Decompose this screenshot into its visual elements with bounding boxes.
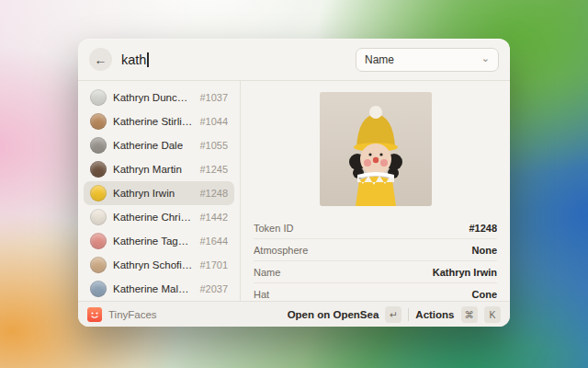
list-item[interactable]: Kathryn Schofield #1701 <box>84 253 234 277</box>
nft-image <box>320 92 432 206</box>
list-item[interactable]: Kathryn Martin #1245 <box>84 157 234 181</box>
list-item[interactable]: Katherine Malcolm #2037 <box>84 277 234 301</box>
result-id: #2037 <box>199 283 228 294</box>
open-on-opensea-button[interactable]: Open on OpenSea <box>288 309 379 320</box>
back-button[interactable]: ← <box>89 48 112 71</box>
result-name: Kathryn Martin <box>113 164 182 175</box>
list-item[interactable]: Katherine Dale #1055 <box>84 133 234 157</box>
avatar <box>90 185 107 201</box>
k-key-icon: K <box>484 306 501 323</box>
avatar <box>90 257 107 273</box>
avatar <box>90 209 107 225</box>
back-arrow-icon: ← <box>95 52 107 67</box>
command-key-icon: ⌘ <box>461 306 479 323</box>
attribute-row: Hat Cone <box>254 282 497 301</box>
result-name: Katherine Christie <box>113 212 193 223</box>
avatar <box>90 89 107 106</box>
result-name: Katherine Dale <box>113 140 183 151</box>
avatar <box>90 113 107 130</box>
result-id: #1037 <box>199 92 228 103</box>
result-name: Katherine Malcolm <box>113 283 193 294</box>
result-name: Katherine Stirling <box>113 116 193 127</box>
list-item[interactable]: Katherine Taggart #1644 <box>84 229 234 253</box>
detail-panel: Token ID #1248 Atmosphere None Name Kath… <box>241 81 510 301</box>
list-item[interactable]: Katherine Stirling #1044 <box>84 109 234 133</box>
chevron-down-icon: ⌄ <box>481 53 490 63</box>
avatar <box>90 161 107 178</box>
list-item[interactable]: Katherine Christie #1442 <box>84 205 234 229</box>
attribute-row: Atmosphere None <box>254 238 497 260</box>
footer-bar: TinyFaces Open on OpenSea ↵ Actions ⌘ K <box>78 301 510 327</box>
results-list: Kathryn Duncanson #1037 Katherine Stirli… <box>78 81 241 301</box>
tinyfaces-app-icon <box>87 307 102 322</box>
footer-divider <box>408 308 409 321</box>
attribute-value: Cone <box>472 289 498 300</box>
attribute-value: None <box>472 245 498 256</box>
result-name: Kathryn Schofield <box>113 259 193 270</box>
attribute-value: #1248 <box>469 223 497 234</box>
result-id: #1442 <box>199 212 228 223</box>
content-area: Kathryn Duncanson #1037 Katherine Stirli… <box>78 81 510 301</box>
attribute-label: Token ID <box>254 223 293 234</box>
result-id: #1248 <box>199 188 228 199</box>
result-id: #1701 <box>199 259 228 270</box>
filter-dropdown[interactable]: Name ⌄ <box>356 48 499 72</box>
result-name: Kathryn Irwin <box>113 188 175 199</box>
filter-dropdown-value: Name <box>365 53 394 66</box>
attribute-label: Atmosphere <box>254 245 308 256</box>
app-name: TinyFaces <box>108 309 157 320</box>
list-item[interactable]: Kathryn Duncanson #1037 <box>84 86 234 109</box>
command-palette-window: ← kath Name ⌄ Kathryn Duncanson #1037 Ka… <box>78 39 510 327</box>
attribute-value: Kathryn Irwin <box>433 267 497 278</box>
result-id: #1245 <box>199 164 228 175</box>
avatar <box>90 233 107 249</box>
result-id: #1044 <box>199 116 228 127</box>
attribute-row: Token ID #1248 <box>254 217 497 238</box>
attribute-row: Name Kathryn Irwin <box>254 260 497 282</box>
attributes-table: Token ID #1248 Atmosphere None Name Kath… <box>254 217 497 301</box>
footer-actions: Open on OpenSea ↵ Actions ⌘ K <box>288 306 501 323</box>
avatar <box>90 281 107 297</box>
result-name: Katherine Taggart <box>113 236 193 247</box>
search-header: ← kath Name ⌄ <box>78 39 510 80</box>
search-query-text: kath <box>121 52 146 67</box>
avatar <box>90 137 107 154</box>
attribute-label: Name <box>254 267 280 278</box>
actions-button[interactable]: Actions <box>415 309 454 320</box>
text-cursor <box>147 52 149 67</box>
enter-key-icon: ↵ <box>385 306 401 323</box>
list-item[interactable]: Kathryn Irwin #1248 <box>84 181 234 205</box>
attribute-label: Hat <box>254 289 269 300</box>
search-input[interactable]: kath <box>121 52 346 67</box>
result-name: Kathryn Duncanson <box>113 92 193 103</box>
result-id: #1644 <box>199 236 228 247</box>
result-id: #1055 <box>199 140 228 151</box>
